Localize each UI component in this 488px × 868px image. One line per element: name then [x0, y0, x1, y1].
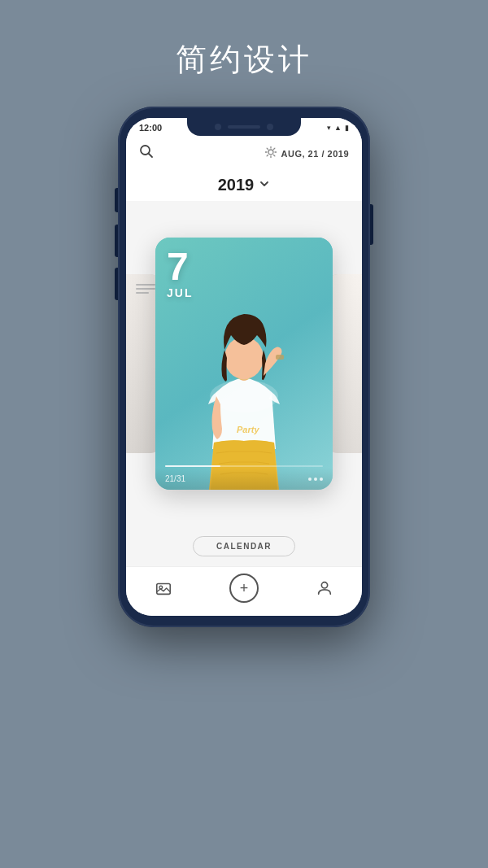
card-bottom-bar: 21/31	[155, 468, 333, 490]
cards-area: Party 7 JUL 21/31	[126, 201, 362, 526]
search-button[interactable]	[139, 144, 154, 163]
right-side-card[interactable]	[328, 274, 362, 453]
main-card[interactable]: Party 7 JUL 21/31	[155, 238, 333, 490]
phone-notch	[187, 118, 301, 136]
svg-point-18	[159, 586, 163, 589]
svg-line-9	[273, 148, 274, 149]
svg-line-7	[267, 148, 268, 149]
signal-icon: ▲	[334, 124, 342, 132]
sensor	[267, 124, 273, 130]
profile-nav-item[interactable]	[316, 579, 333, 597]
bottom-nav: +	[126, 566, 362, 616]
profile-icon	[316, 579, 333, 597]
calendar-button[interactable]: CALENDAR	[193, 536, 295, 556]
year-selector[interactable]: 2019	[126, 169, 362, 201]
svg-line-10	[267, 155, 268, 156]
svg-rect-15	[276, 355, 284, 360]
plus-icon: +	[240, 581, 249, 595]
front-camera	[215, 124, 221, 130]
svg-rect-17	[157, 584, 171, 595]
battery-icon: ▮	[345, 124, 349, 132]
card-day: 7	[167, 247, 193, 286]
status-time: 12:00	[139, 123, 162, 133]
phone-speaker	[228, 125, 260, 129]
silent-button[interactable]	[115, 268, 118, 300]
card-month: JUL	[167, 286, 193, 299]
year-label: 2019	[218, 176, 255, 194]
chevron-down-icon	[259, 178, 270, 192]
calendar-btn-wrap: CALENDAR	[126, 526, 362, 566]
phone-frame: 12:00 ▾ ▲ ▮	[118, 107, 370, 627]
svg-point-2	[268, 150, 273, 155]
app-header: AUG, 21 / 2019	[126, 137, 362, 169]
add-nav-item[interactable]: +	[229, 574, 259, 603]
power-button[interactable]	[370, 204, 373, 245]
volume-down-button[interactable]	[115, 225, 118, 257]
page-title: 简约设计	[176, 39, 312, 81]
card-progress-text: 21/31	[165, 474, 185, 483]
sun-icon	[265, 146, 277, 160]
card-date: 7 JUL	[167, 247, 193, 299]
svg-line-1	[149, 154, 153, 158]
current-date: AUG, 21 / 2019	[281, 149, 349, 159]
card-options-dots[interactable]	[308, 478, 323, 481]
card-progress-line	[165, 465, 323, 467]
svg-line-8	[273, 155, 274, 156]
card-progress-fill	[165, 465, 220, 467]
volume-up-button[interactable]	[115, 188, 118, 212]
svg-point-19	[321, 582, 327, 588]
gallery-nav-item[interactable]	[155, 579, 172, 597]
status-icons: ▾ ▲ ▮	[327, 124, 349, 132]
wifi-icon: ▾	[327, 124, 331, 132]
svg-text:Party: Party	[237, 425, 259, 434]
gallery-icon	[155, 579, 172, 597]
date-display: AUG, 21 / 2019	[265, 146, 349, 160]
phone-screen: 12:00 ▾ ▲ ▮	[126, 118, 362, 616]
